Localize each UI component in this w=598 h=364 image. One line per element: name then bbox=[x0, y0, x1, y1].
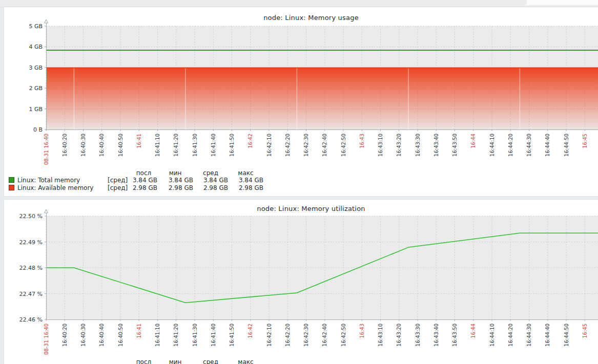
y-tick-label: 22.48 % bbox=[19, 265, 43, 271]
y-tick-label: 0 B bbox=[33, 126, 43, 133]
x-tick-label: 16:41:10 bbox=[155, 134, 160, 157]
x-tick-label: 16:45 bbox=[582, 134, 588, 148]
x-tick-label: 16:41:20 bbox=[173, 134, 179, 157]
x-tick-label: 16:44:30 bbox=[526, 324, 532, 347]
x-tick-label: 16:45 bbox=[582, 324, 588, 338]
x-tick-label: 16:41:30 bbox=[192, 134, 198, 157]
x-tick-label: 16:41:30 bbox=[192, 324, 198, 347]
x-tick-label: 16:41:40 bbox=[211, 324, 216, 347]
x-tick-label: 16:42:20 bbox=[285, 134, 291, 157]
x-tick-label: 16:43:40 bbox=[434, 324, 439, 347]
y-tick-label: 2 GB bbox=[29, 85, 43, 92]
x-tick-label: 16:43 bbox=[359, 324, 365, 338]
legend-header-row: послминсредмакс bbox=[8, 169, 275, 177]
x-tick-label: 16:43:50 bbox=[452, 324, 458, 347]
legend-header: мин bbox=[157, 169, 193, 177]
x-tick-label: 16:40:30 bbox=[80, 134, 86, 157]
x-tick-label: 16:41:20 bbox=[173, 324, 179, 347]
y-axis-arrow-icon bbox=[45, 19, 48, 23]
x-tick-label: 16:40:40 bbox=[99, 134, 105, 157]
x-tick-label: 16:44:20 bbox=[508, 324, 513, 347]
x-tick-label: 16:42:50 bbox=[341, 134, 346, 157]
legend-value: 2.98 GB bbox=[130, 184, 157, 192]
series-area-0 bbox=[46, 68, 598, 130]
browser-chrome bbox=[0, 0, 598, 7]
x-tick-label: 16:41:40 bbox=[211, 134, 216, 157]
x-tick-label: 16:44:20 bbox=[508, 134, 513, 157]
x-tick-label: 16:40:50 bbox=[118, 324, 123, 347]
y-tick-label: 22.50 % bbox=[19, 213, 43, 220]
x-tick-label: 16:43:30 bbox=[415, 324, 421, 347]
x-tick-label: 16:44:30 bbox=[526, 134, 532, 157]
y-tick-label: 22.49 % bbox=[19, 239, 43, 246]
legend-value: 3.84 GB bbox=[193, 177, 228, 184]
legend-header: сред bbox=[193, 358, 228, 364]
browser-tab-strip bbox=[0, 0, 527, 5]
legend-header: макс bbox=[228, 358, 263, 364]
legend-header: посл bbox=[130, 358, 157, 364]
y-tick-label: 3 GB bbox=[29, 65, 43, 71]
legend-series-label: Linux: Available memory bbox=[17, 184, 108, 192]
memory-usage-graph[interactable]: 5 GB4 GB3 GB2 GB1 GB0 B08-31 16:4016:40:… bbox=[4, 7, 598, 169]
y-tick-label: 22.46 % bbox=[19, 316, 43, 323]
y-tick-label: 4 GB bbox=[29, 44, 43, 50]
x-tick-label: 16:43:30 bbox=[415, 134, 421, 157]
x-tick-label: 16:43:10 bbox=[378, 324, 383, 347]
x-axis-labels: 08-31 16:4016:40:2016:40:3016:40:4016:40… bbox=[44, 134, 588, 165]
legend-row: Linux: Available memory[сред]2.98 GB2.98… bbox=[8, 184, 275, 192]
x-tick-label: 16:44:40 bbox=[545, 134, 550, 157]
legend-swatch-icon bbox=[9, 177, 14, 183]
x-tick-label: 16:43 bbox=[359, 134, 365, 148]
legend-swatch-icon bbox=[9, 185, 14, 190]
x-tick-label: 16:41:50 bbox=[229, 324, 235, 347]
x-tick-label: 16:42:30 bbox=[303, 324, 309, 347]
x-tick-label: 16:40:20 bbox=[62, 134, 68, 157]
x-tick-label: 16:40:20 bbox=[62, 324, 68, 347]
legend-header: сред bbox=[193, 169, 228, 177]
x-tick-label: 08-31 16:40 bbox=[44, 324, 49, 355]
x-tick-label: 16:42 bbox=[248, 324, 253, 338]
x-tick-label: 16:44:40 bbox=[545, 324, 550, 347]
x-axis-labels: 08-31 16:4016:40:2016:40:3016:40:4016:40… bbox=[44, 324, 588, 355]
x-tick-label: 16:44:50 bbox=[564, 324, 569, 347]
x-tick-label: 16:41:50 bbox=[229, 134, 235, 157]
x-tick-label: 16:44 bbox=[470, 134, 476, 148]
legend-value: 2.98 GB bbox=[228, 184, 263, 192]
x-tick-label: 16:41 bbox=[136, 324, 142, 338]
x-tick-label: 16:42:30 bbox=[303, 134, 309, 157]
x-tick-label: 16:40:30 bbox=[80, 324, 86, 347]
x-tick-label: 16:43:20 bbox=[396, 324, 402, 347]
legend-value: 3.84 GB bbox=[228, 177, 263, 184]
x-tick-label: 16:42:40 bbox=[322, 134, 327, 157]
x-tick-label: 16:40:50 bbox=[118, 134, 123, 157]
x-tick-label: 16:41 bbox=[136, 134, 142, 148]
x-tick-label: 16:43:20 bbox=[396, 134, 402, 157]
legend-value: 3.84 GB bbox=[130, 177, 157, 184]
legend-value: 2.98 GB bbox=[157, 184, 193, 192]
x-tick-label: 16:42:10 bbox=[266, 134, 272, 157]
legend-aggregation: [сред] bbox=[108, 177, 130, 184]
memory-utilization-legend: послминсредмакс bbox=[8, 358, 275, 364]
legend-value: 3.84 GB bbox=[157, 177, 193, 184]
x-tick-label: 16:41:10 bbox=[155, 324, 160, 347]
memory-utilization-graph[interactable]: 22.50 %22.49 %22.48 %22.47 %22.46 %08-31… bbox=[4, 200, 598, 359]
legend-series-label: Linux: Total memory bbox=[17, 177, 108, 184]
legend-header: макс bbox=[228, 169, 263, 177]
legend-header: мин bbox=[157, 358, 193, 364]
x-tick-label: 16:43:10 bbox=[378, 134, 383, 157]
x-tick-label: 16:43:50 bbox=[452, 134, 458, 157]
memory-utilization-panel: node: Linux: Memory utilization 22.50 %2… bbox=[4, 200, 598, 364]
x-tick-label: 16:40:40 bbox=[99, 324, 105, 347]
legend-value: 2.98 GB bbox=[193, 184, 228, 192]
x-tick-label: 16:42:40 bbox=[322, 324, 327, 347]
legend-header: посл bbox=[130, 169, 157, 177]
x-tick-label: 16:44:10 bbox=[489, 134, 495, 157]
x-tick-label: 16:42:20 bbox=[285, 324, 291, 347]
y-axis-labels: 22.50 %22.49 %22.48 %22.47 %22.46 % bbox=[19, 213, 43, 323]
x-tick-label: 08-31 16:40 bbox=[44, 134, 49, 165]
legend-header-row: послминсредмакс bbox=[8, 358, 275, 364]
x-tick-label: 16:44:50 bbox=[564, 134, 569, 157]
legend-row: Linux: Total memory[сред]3.84 GB3.84 GB3… bbox=[8, 177, 275, 184]
x-tick-label: 16:42:50 bbox=[341, 324, 346, 347]
x-tick-label: 16:42 bbox=[248, 134, 253, 148]
